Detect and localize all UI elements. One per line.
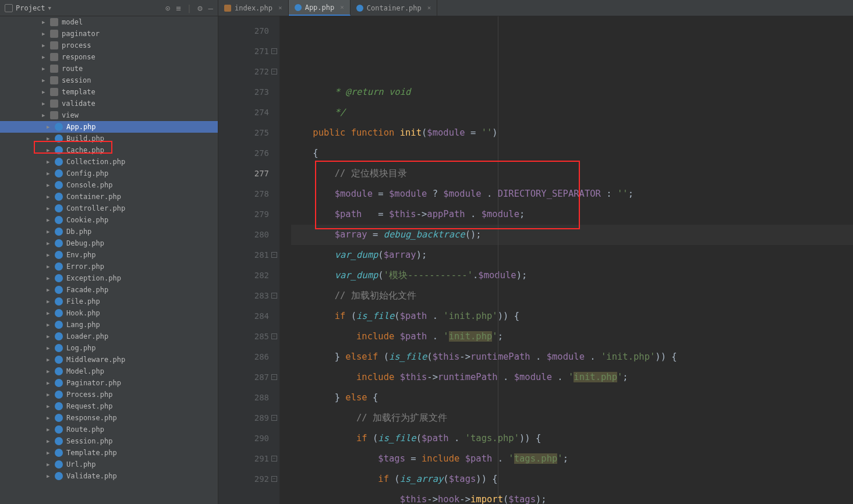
tree-file-cookie-php[interactable]: ▶Cookie.php: [0, 214, 218, 226]
tree-file-db-php[interactable]: ▶Db.php: [0, 226, 218, 237]
tree-file-file-php[interactable]: ▶File.php: [0, 296, 218, 307]
tree-file-process-php[interactable]: ▶Process.php: [0, 389, 218, 400]
tree-file-model-php[interactable]: ▶Model.php: [0, 365, 218, 377]
code-line-276[interactable]: $path = $this->appPath . $module;: [291, 204, 853, 225]
tree-file-template-php[interactable]: ▶Template.php: [0, 447, 218, 459]
tree-file-collection-php[interactable]: ▶Collection.php: [0, 156, 218, 168]
code-line-275[interactable]: $module = $module ? $module . DIRECTORY_…: [291, 184, 853, 204]
line-number[interactable]: 284: [218, 306, 269, 326]
tree-file-console-php[interactable]: ▶Console.php: [0, 179, 218, 191]
tree-file-error-php[interactable]: ▶Error.php: [0, 261, 218, 272]
fold-icon[interactable]: −: [271, 48, 277, 54]
line-number[interactable]: 282: [218, 265, 269, 286]
line-number[interactable]: 280: [218, 225, 269, 245]
line-number[interactable]: 286: [218, 347, 269, 367]
tree-folder-model[interactable]: ▶model: [0, 16, 218, 28]
tree-file-log-php[interactable]: ▶Log.php: [0, 342, 218, 354]
tree-folder-validate[interactable]: ▶validate: [0, 98, 218, 109]
hide-icon[interactable]: —: [208, 3, 213, 13]
code-line-285[interactable]: } else {: [291, 388, 853, 408]
project-sidebar[interactable]: ▶model▶paginator▶process▶response▶route▶…: [0, 16, 218, 504]
line-number[interactable]: 274: [218, 102, 269, 123]
fold-icon[interactable]: −: [271, 69, 277, 74]
line-number[interactable]: 270: [218, 21, 269, 41]
fold-icon[interactable]: −: [271, 293, 277, 299]
tree-file-url-php[interactable]: ▶Url.php: [0, 459, 218, 470]
tree-file-response-php[interactable]: ▶Response.php: [0, 412, 218, 424]
tree-file-loader-php[interactable]: ▶Loader.php: [0, 331, 218, 342]
code-line-290[interactable]: $this->hook->import($tags);: [291, 489, 853, 504]
code-line-283[interactable]: } elseif (is_file($this->runtimePath . $…: [291, 347, 853, 367]
line-number[interactable]: 272−: [218, 62, 269, 82]
line-number[interactable]: 291−: [218, 449, 269, 469]
project-dropdown[interactable]: Project ▼: [5, 4, 51, 12]
code-line-289[interactable]: if (is_array($tags)) {: [291, 469, 853, 489]
tree-file-lang-php[interactable]: ▶Lang.php: [0, 319, 218, 331]
line-number[interactable]: 283−: [218, 286, 269, 306]
close-icon[interactable]: ×: [278, 4, 282, 12]
line-number[interactable]: 276: [218, 143, 269, 164]
tab-app-php[interactable]: App.php×: [289, 0, 351, 16]
tree-folder-session[interactable]: ▶session: [0, 74, 218, 86]
line-number[interactable]: 279: [218, 204, 269, 225]
code-line-279[interactable]: var_dump('模块-----------'.$module);: [291, 265, 853, 286]
fold-icon[interactable]: −: [271, 456, 277, 462]
close-icon[interactable]: ×: [340, 3, 344, 11]
tree-file-session-php[interactable]: ▶Session.php: [0, 435, 218, 447]
fold-icon[interactable]: −: [271, 374, 277, 380]
tree-file-build-php[interactable]: ▶Build.php: [0, 133, 218, 144]
tree-file-config-php[interactable]: ▶Config.php: [0, 168, 218, 179]
tab-container-php[interactable]: Container.php×: [351, 0, 438, 16]
tree-file-facade-php[interactable]: ▶Facade.php: [0, 284, 218, 296]
tree-file-validate-php[interactable]: ▶Validate.php: [0, 470, 218, 482]
line-number[interactable]: 277: [218, 164, 269, 184]
gear-icon[interactable]: ⚙: [197, 3, 202, 13]
line-number[interactable]: 292−: [218, 469, 269, 489]
code-line-272[interactable]: public function init($module = ''): [291, 123, 853, 143]
tree-file-controller-php[interactable]: ▶Controller.php: [0, 203, 218, 214]
fold-icon[interactable]: −: [271, 252, 277, 258]
target-icon[interactable]: ⊙: [165, 3, 170, 13]
line-number[interactable]: 278: [218, 184, 269, 204]
line-number[interactable]: 288: [218, 388, 269, 408]
line-number[interactable]: 290: [218, 428, 269, 449]
line-number[interactable]: 285−: [218, 326, 269, 347]
code-line-280[interactable]: // 加载初始化文件: [291, 286, 853, 306]
code-line-271[interactable]: */: [291, 102, 853, 123]
code-line-274[interactable]: // 定位模块目录: [291, 164, 853, 184]
code-area[interactable]: * @return void */ public function init($…: [279, 16, 853, 504]
tree-folder-process[interactable]: ▶process: [0, 40, 218, 51]
gutter[interactable]: 270271−272−273274275276277278279280281−2…: [218, 16, 279, 504]
tab-index-php[interactable]: index.php×: [218, 0, 289, 16]
line-number[interactable]: 271−: [218, 41, 269, 62]
collapse-icon[interactable]: ≡: [176, 3, 180, 13]
line-number[interactable]: 289−: [218, 408, 269, 428]
code-line-270[interactable]: * @return void: [291, 82, 853, 102]
line-number[interactable]: 273: [218, 82, 269, 102]
tree-file-cache-php[interactable]: ▶Cache.php: [0, 144, 218, 156]
code-line-277[interactable]: $array = debug_backtrace();: [291, 225, 853, 245]
code-line-288[interactable]: $tags = include $path . 'tags.php';: [291, 449, 853, 469]
line-number[interactable]: 281−: [218, 245, 269, 265]
tree-file-request-php[interactable]: ▶Request.php: [0, 400, 218, 412]
tree-folder-view[interactable]: ▶view: [0, 109, 218, 121]
tree-file-route-php[interactable]: ▶Route.php: [0, 424, 218, 435]
tree-folder-template[interactable]: ▶template: [0, 86, 218, 98]
fold-icon[interactable]: −: [271, 333, 277, 339]
tree-folder-route[interactable]: ▶route: [0, 63, 218, 74]
tree-folder-response[interactable]: ▶response: [0, 51, 218, 63]
code-line-286[interactable]: // 加载行为扩展文件: [291, 408, 853, 428]
tree-file-paginator-php[interactable]: ▶Paginator.php: [0, 377, 218, 389]
tree-file-app-php[interactable]: ▶App.php: [0, 121, 218, 133]
tree-file-container-php[interactable]: ▶Container.php: [0, 191, 218, 203]
code-line-287[interactable]: if (is_file($path . 'tags.php')) {: [291, 428, 853, 449]
code-line-281[interactable]: if (is_file($path . 'init.php')) {: [291, 306, 853, 326]
code-line-284[interactable]: include $this->runtimePath . $module . '…: [291, 367, 853, 388]
line-number[interactable]: 287−: [218, 367, 269, 388]
fold-icon[interactable]: −: [271, 415, 277, 421]
tree-file-hook-php[interactable]: ▶Hook.php: [0, 307, 218, 319]
tree-folder-paginator[interactable]: ▶paginator: [0, 28, 218, 40]
code-line-278[interactable]: var_dump($array);: [291, 245, 853, 265]
line-number[interactable]: 275: [218, 123, 269, 143]
code-line-282[interactable]: include $path . 'init.php';: [291, 326, 853, 347]
